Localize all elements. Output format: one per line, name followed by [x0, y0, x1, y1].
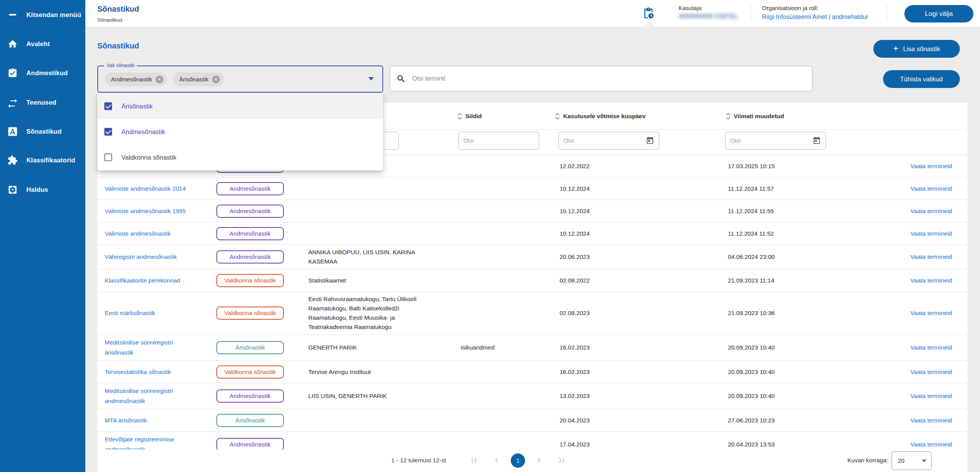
sidebar-item-swap-arrows[interactable]: Teenused	[0, 94, 85, 111]
view-terms-link[interactable]: Vaata termineid	[911, 369, 952, 375]
table-row: MTA ärisõnastikÄrisõnastik20.04.202327.0…	[97, 409, 968, 432]
view-terms-link[interactable]: Vaata termineid	[911, 393, 952, 399]
owner-cell: Statistikaamet	[299, 276, 450, 285]
sort-icon[interactable]	[725, 112, 731, 121]
checkbox-checked-icon[interactable]	[104, 128, 112, 136]
checkbox-unchecked-icon[interactable]	[104, 153, 112, 161]
add-dictionary-button[interactable]: + Lisa sõnastik	[873, 40, 960, 58]
modified-date-filter-input[interactable]	[730, 137, 809, 144]
view-terms-link[interactable]: Vaata termineid	[911, 277, 952, 284]
type-badge: Valdkonna sõnastik	[216, 307, 284, 320]
view-terms-link[interactable]: Vaata termineid	[911, 344, 952, 351]
modified-date-cell: 20.09.2023 10:40	[721, 344, 842, 351]
adopted-date-cell: 10.12.2024	[551, 185, 721, 192]
modified-date-cell: 11.12.2024 11:55	[721, 208, 842, 215]
sort-icon[interactable]	[457, 112, 463, 121]
calendar-icon[interactable]	[812, 136, 821, 145]
term-search-input[interactable]	[412, 75, 806, 82]
view-terms-link[interactable]: Vaata termineid	[911, 230, 952, 237]
selected-chip[interactable]: Ärisõnastik✕	[173, 72, 224, 86]
collapse-menu-icon	[7, 10, 18, 20]
modified-date-cell: 21.09.2023 11:14	[721, 277, 842, 284]
sidebar-item-label: Haldus	[26, 186, 48, 193]
dictionary-name-link[interactable]: Meditsiinilise sünniregistri ärisõnastik	[105, 339, 173, 356]
add-dictionary-label: Lisa sõnastik	[903, 45, 940, 53]
sidebar-item-puzzle[interactable]: Klassifikaatorid	[0, 152, 85, 169]
chip-label: Andmesõnastik	[111, 76, 152, 83]
owner-cell: Eesti Rahvusraamatukogu, Tartu Ülikooli …	[299, 295, 450, 332]
view-terms-link[interactable]: Vaata termineid	[911, 310, 952, 316]
sort-icon[interactable]	[555, 112, 560, 121]
dictionary-name-link[interactable]: Meditsiinilise sünniregistri andmesõnast…	[105, 388, 173, 404]
logout-button[interactable]: Logi välja	[904, 5, 973, 22]
table-row: Klassifikaatorite perekonnadValdkonna sõ…	[97, 269, 968, 292]
tags-filter-input[interactable]	[463, 137, 534, 144]
chip-remove-icon[interactable]: ✕	[156, 76, 163, 83]
column-header-viimati[interactable]: Viimati muudetud	[721, 112, 842, 121]
dictionary-name-link[interactable]: Valimiste andmesõnastik	[105, 230, 171, 237]
dropdown-option[interactable]: Andmesõnastik	[97, 119, 383, 145]
dropdown-caret-icon[interactable]	[368, 77, 374, 81]
checkbox-checked-icon[interactable]	[104, 102, 112, 110]
table-row: Valimiste andmesõnastikAndmesõnastik10.1…	[97, 222, 968, 245]
last-page-icon[interactable]	[553, 452, 570, 469]
org-role-link[interactable]: Riigi Infosüsteemi Amet | andmehaldur	[762, 14, 868, 21]
dropdown-option-label: Andmesõnastik	[121, 128, 165, 136]
chip-remove-icon[interactable]: ✕	[212, 76, 220, 83]
adopted-date-cell: 02.08.2022	[551, 277, 721, 284]
sidebar-item-gear[interactable]: Haldus	[0, 181, 85, 198]
clear-selection-button[interactable]: Tühista valikud	[883, 70, 960, 88]
type-badge: Valdkonna sõnastik	[216, 274, 284, 287]
view-terms-link[interactable]: Vaata termineid	[911, 163, 952, 169]
sidebar-item-collapse-menu[interactable]: Kitsendan menüü	[0, 6, 85, 23]
calendar-icon[interactable]	[646, 136, 654, 145]
per-page-value: 20	[898, 457, 922, 464]
view-terms-link[interactable]: Vaata termineid	[911, 417, 952, 424]
adopted-date-cell: 02.08.2023	[551, 310, 721, 317]
adopted-date-cell: 20.06.2023	[551, 253, 721, 260]
dictionary-name-link[interactable]: Tervisestatistika sõnastik	[105, 369, 171, 375]
dictionary-type-select[interactable]: Vali sõnastik Andmesõnastik✕Ärisõnastik✕	[97, 65, 383, 93]
prev-page-icon[interactable]	[488, 452, 505, 469]
view-terms-link[interactable]: Vaata termineid	[911, 208, 952, 214]
tooltip-arrow	[643, 20, 656, 28]
current-page-button[interactable]: 1	[511, 453, 525, 468]
dictionary-type-dropdown: ÄrisõnastikAndmesõnastikValdkonna sõnast…	[97, 93, 383, 171]
adopted-date-filter-input[interactable]	[563, 137, 643, 144]
modified-date-cell: 21.09.2023 10:36	[721, 310, 842, 317]
next-page-icon[interactable]	[531, 452, 548, 469]
type-badge: Andmesõnastik	[216, 182, 284, 195]
type-badge: Andmesõnastik	[216, 438, 284, 451]
modified-date-cell: 11.12.2024 11:57	[721, 185, 842, 192]
pending-actions-icon[interactable]	[641, 7, 655, 21]
adopted-date-cell: 17.04.2023	[551, 441, 721, 448]
sidebar-item-home[interactable]: Avaleht	[0, 35, 85, 52]
page-title: Sõnastikud	[97, 41, 139, 50]
dictionary-name-link[interactable]: Valimiste andmesõnastik 1995	[105, 208, 186, 214]
dropdown-option[interactable]: Valdkonna sõnastik	[97, 145, 383, 170]
dictionary-name-link[interactable]: Eesti märksõnastik	[105, 310, 155, 316]
per-page-select[interactable]: 20	[892, 451, 932, 470]
dropdown-option[interactable]: Ärisõnastik	[97, 93, 383, 119]
adopted-date-cell: 16.02.2023	[551, 369, 721, 376]
modified-date-filter	[725, 132, 826, 150]
dictionary-name-link[interactable]: MTA ärisõnastik	[105, 417, 147, 424]
sidebar-item-letter-a[interactable]: Sõnastikud	[0, 123, 85, 140]
column-header-sildid[interactable]: Sildid	[450, 112, 551, 121]
sidebar-item-label: Sõnastikud	[26, 128, 62, 135]
column-header-kasutusele[interactable]: Kasutusele võtmise kuupäev	[551, 112, 721, 121]
view-terms-link[interactable]: Vaata termineid	[911, 185, 952, 192]
adopted-date-cell: 20.04.2023	[551, 417, 721, 424]
dictionary-name-link[interactable]: Valimiste andmesõnastik 2014	[105, 185, 186, 192]
sidebar-item-clipboard-check[interactable]: Andmestikud	[0, 64, 85, 81]
type-badge: Ärisõnastik	[216, 341, 284, 354]
dictionary-name-link[interactable]: Klassifikaatorite perekonnad	[105, 277, 180, 284]
user-name-redacted-bar	[679, 14, 713, 19]
dictionary-name-link[interactable]: Vähiregistri andmesõnastik	[105, 253, 177, 260]
sidebar-item-label: Klassifikaatorid	[26, 157, 75, 164]
selected-chip[interactable]: Andmesõnastik✕	[105, 72, 167, 86]
view-terms-link[interactable]: Vaata termineid	[911, 253, 952, 260]
first-page-icon[interactable]	[466, 452, 483, 469]
adopted-date-cell: 10.12.2024	[551, 208, 721, 215]
view-terms-link[interactable]: Vaata termineid	[911, 441, 952, 448]
